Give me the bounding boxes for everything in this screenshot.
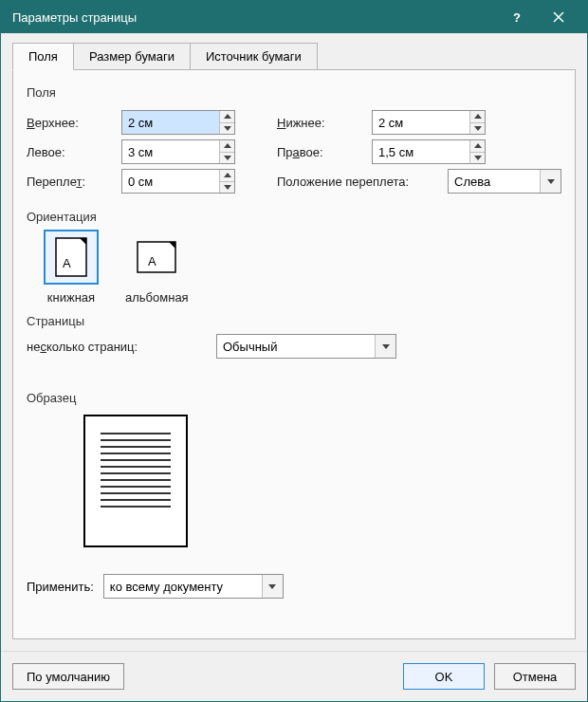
- bottom-margin-spinner[interactable]: [372, 110, 486, 135]
- svg-marker-8: [224, 185, 231, 190]
- tab-paper-size[interactable]: Размер бумаги: [73, 43, 191, 70]
- margins-section-label: Поля: [27, 85, 561, 100]
- gutter-input[interactable]: [122, 170, 219, 193]
- bottom-margin-label: Нижнее:: [277, 116, 372, 130]
- apply-to-value: ко всему документу: [104, 575, 262, 598]
- right-margin-label: Правое:: [277, 145, 372, 159]
- top-margin-spinner[interactable]: [121, 110, 235, 135]
- svg-marker-6: [224, 156, 231, 160]
- help-button[interactable]: ?: [496, 1, 538, 33]
- help-icon: ?: [510, 10, 524, 24]
- close-icon: [553, 11, 564, 23]
- chevron-down-icon[interactable]: [540, 170, 560, 193]
- svg-marker-21: [268, 584, 276, 589]
- apply-to-select[interactable]: ко всему документу: [103, 574, 284, 599]
- spinner-down-icon[interactable]: [220, 153, 234, 164]
- dialog-title: Параметры страницы: [12, 10, 496, 25]
- svg-text:A: A: [63, 256, 71, 270]
- svg-marker-9: [474, 114, 482, 119]
- tab-strip: Поля Размер бумаги Источник бумаги: [12, 43, 576, 70]
- spinner-up-icon[interactable]: [220, 111, 234, 123]
- spinner-down-icon[interactable]: [220, 123, 234, 135]
- top-margin-input[interactable]: [122, 111, 219, 134]
- svg-text:?: ?: [513, 10, 521, 24]
- landscape-label: альбомная: [125, 290, 189, 305]
- left-margin-input[interactable]: [122, 140, 219, 163]
- svg-text:A: A: [148, 254, 156, 268]
- gutter-position-label: Положение переплета:: [277, 175, 448, 189]
- tab-margins[interactable]: Поля: [12, 43, 74, 70]
- spinner-up-icon[interactable]: [220, 170, 234, 182]
- tab-panel: Поля Верхнее: Левое:: [12, 70, 576, 639]
- spinner-down-icon[interactable]: [220, 182, 234, 194]
- orientation-landscape[interactable]: A альбомная: [125, 230, 189, 305]
- portrait-label: книжная: [47, 290, 95, 305]
- right-margin-spinner[interactable]: [372, 139, 486, 164]
- bottom-margin-input[interactable]: [373, 111, 469, 134]
- left-margin-label: Левое:: [27, 145, 121, 159]
- gutter-label: Переплет:: [27, 175, 121, 189]
- cancel-button[interactable]: Отмена: [494, 663, 576, 690]
- chevron-down-icon[interactable]: [262, 575, 283, 598]
- page-setup-dialog: Параметры страницы ? Поля Размер бумаги …: [0, 0, 588, 702]
- set-default-button[interactable]: По умолчанию: [12, 663, 124, 690]
- top-margin-label: Верхнее:: [27, 116, 121, 130]
- ok-button[interactable]: OK: [403, 663, 485, 690]
- orientation-section-label: Ориентация: [27, 210, 561, 224]
- gutter-position-select[interactable]: Слева: [448, 169, 561, 194]
- svg-marker-13: [547, 179, 555, 184]
- preview-section-label: Образец: [27, 391, 561, 405]
- close-button[interactable]: [538, 1, 579, 33]
- svg-marker-5: [224, 143, 231, 148]
- svg-marker-4: [224, 126, 231, 131]
- svg-marker-20: [382, 344, 390, 349]
- portrait-icon: A: [44, 230, 99, 285]
- titlebar: Параметры страницы ?: [1, 1, 587, 33]
- spinner-up-icon[interactable]: [470, 111, 485, 123]
- spinner-down-icon[interactable]: [470, 153, 485, 164]
- svg-marker-11: [474, 143, 482, 148]
- svg-rect-14: [56, 238, 86, 276]
- landscape-icon: A: [129, 230, 184, 285]
- gutter-position-value: Слева: [449, 170, 540, 193]
- spinner-up-icon[interactable]: [470, 140, 485, 153]
- dialog-footer: По умолчанию OK Отмена: [1, 651, 587, 701]
- svg-marker-7: [224, 173, 231, 177]
- svg-rect-17: [138, 242, 175, 272]
- right-margin-input[interactable]: [373, 140, 469, 163]
- apply-to-label: Применить:: [27, 580, 94, 594]
- gutter-spinner[interactable]: [121, 169, 235, 194]
- multi-pages-label: несколько страниц:: [27, 340, 216, 354]
- svg-marker-10: [474, 126, 482, 131]
- left-margin-spinner[interactable]: [121, 139, 235, 164]
- spinner-down-icon[interactable]: [470, 123, 485, 135]
- orientation-portrait[interactable]: A книжная: [44, 230, 99, 305]
- page-preview: [83, 415, 188, 547]
- spinner-up-icon[interactable]: [220, 140, 234, 153]
- pages-section-label: Страницы: [27, 314, 561, 328]
- multi-pages-value: Обычный: [217, 335, 375, 358]
- chevron-down-icon[interactable]: [375, 335, 395, 358]
- svg-marker-12: [474, 156, 482, 160]
- svg-marker-3: [224, 114, 231, 119]
- tab-paper-source[interactable]: Источник бумаги: [190, 43, 318, 70]
- multi-pages-select[interactable]: Обычный: [216, 334, 396, 359]
